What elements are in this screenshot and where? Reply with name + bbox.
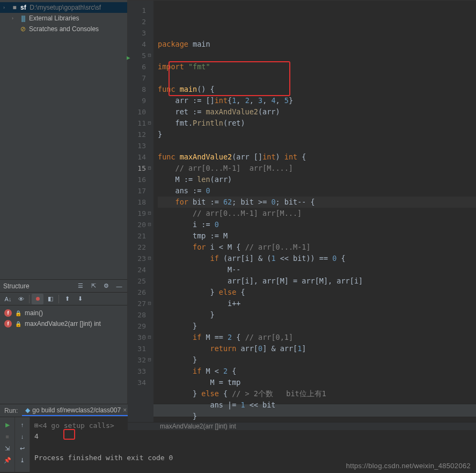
fold-icon[interactable]: ⊟	[147, 256, 152, 260]
code-line[interactable]: tmp := M	[158, 230, 476, 242]
minimize-icon[interactable]: —	[114, 281, 124, 291]
scroll-end-icon[interactable]: ⤓	[17, 455, 28, 465]
console-line: 4	[34, 431, 472, 442]
project-sidebar: › ■ sf D:\mysetup\gopath\src\sf › ||| Ex…	[0, 0, 128, 404]
function-badge-icon: f	[4, 320, 12, 328]
code-line[interactable]: func maxAndValue2(arr []int) int {	[158, 151, 476, 163]
fold-icon[interactable]: ⊟	[147, 165, 152, 170]
layout-icon[interactable]: ⇲	[2, 443, 13, 454]
editor-gutter[interactable]: ▶⊟⊟⊟⊟⊟⊟⊟⊟⊟ 12345678910111213141516171819…	[128, 1, 153, 422]
pin-icon[interactable]: 📌	[2, 455, 13, 465]
code-line[interactable]: } else { // > 2个数 bit位上有1	[158, 388, 476, 399]
up-icon[interactable]: ↑	[17, 419, 28, 430]
console-action-bar: ↑ ↓ ↩ ⤓	[15, 417, 30, 472]
code-line[interactable]: M := len(arr)	[158, 174, 476, 185]
show-local-icon[interactable]: ◧	[45, 294, 56, 304]
code-line[interactable]: M = tmp	[158, 377, 476, 388]
console-line: ⊞<4 go setup calls>	[34, 420, 472, 431]
folder-icon: ■	[11, 4, 18, 11]
structure-item-label: main()	[25, 309, 43, 317]
code-line[interactable]: M--	[158, 264, 476, 275]
structure-list: f🔒main()f🔒maxAndValue2(arr []int) int	[0, 305, 127, 331]
code-editor[interactable]: package main import "fmt" func main() { …	[153, 1, 476, 422]
watermark-text: https://blog.csdn.net/weixin_48502062	[346, 462, 471, 470]
code-line[interactable]: }	[158, 354, 476, 366]
collapse-all-icon[interactable]: ⬇	[74, 294, 86, 304]
structure-item[interactable]: f🔒main()	[0, 308, 127, 318]
console-line	[34, 442, 472, 453]
lock-icon: 🔒	[15, 310, 21, 316]
tree-item-label: External Libraries	[29, 14, 79, 22]
library-icon: |||	[19, 14, 27, 22]
code-line[interactable]: for bit := 62; bit >= 0; bit-- {	[158, 197, 476, 208]
close-icon[interactable]: ×	[123, 406, 127, 414]
tree-item-label: sf D:\mysetup\gopath\src\sf	[20, 4, 101, 11]
project-tree-item-sf[interactable]: › ■ sf D:\mysetup\gopath\src\sf	[0, 2, 127, 13]
rerun-icon[interactable]: ▶	[2, 419, 13, 430]
code-line[interactable]: ans |= 1 << bit	[158, 399, 476, 411]
code-line[interactable]: } else {	[158, 287, 476, 298]
separator	[29, 295, 30, 303]
code-line[interactable]	[158, 50, 476, 61]
structure-item[interactable]: f🔒maxAndValue2(arr []int) int	[0, 318, 127, 329]
fold-icon[interactable]: ⊟	[147, 53, 152, 57]
editor-area: ▶⊟⊟⊟⊟⊟⊟⊟⊟⊟ 12345678910111213141516171819…	[128, 0, 476, 404]
structure-panel: Structure ☰ ⇱ ⚙ — A↓ 👁 ◧ ⬆ ⬇ f🔒main()f🔒m…	[0, 279, 127, 404]
fold-icon[interactable]: ⊟	[147, 120, 152, 125]
code-line[interactable]: i := 0	[158, 219, 476, 230]
project-tree-item-scratches[interactable]: › ⊘ Scratches and Consoles	[0, 24, 127, 34]
down-icon[interactable]: ↓	[17, 431, 28, 442]
code-line[interactable]: func main() {	[158, 84, 476, 95]
structure-item-label: maxAndValue2(arr []int) int	[25, 320, 101, 328]
code-line[interactable]: ret := maxAndValue2(arr)	[158, 106, 476, 118]
code-line[interactable]: if (arr[i] & (1 << bit)) == 0 {	[158, 253, 476, 264]
gear-icon[interactable]: ⚙	[101, 281, 111, 291]
code-line[interactable]	[158, 72, 476, 84]
code-line[interactable]: // arr[0...M-1] arr[M...]	[158, 208, 476, 219]
fold-icon[interactable]: ⊟	[147, 222, 152, 227]
run-label: Run:	[4, 407, 18, 414]
scratch-icon: ⊘	[19, 25, 27, 33]
code-line[interactable]: fmt.Println(ret)	[158, 118, 476, 129]
fold-icon[interactable]: ⊟	[147, 357, 152, 362]
separator	[58, 295, 59, 303]
code-line[interactable]: i++	[158, 298, 476, 309]
code-line[interactable]: import "fmt"	[158, 61, 476, 72]
code-line[interactable]: if M == 2 { // arr[0,1]	[158, 332, 476, 343]
code-line[interactable]: ans := 0	[158, 185, 476, 197]
soft-wrap-icon[interactable]: ↩	[17, 443, 28, 454]
go-icon: ◆	[25, 406, 30, 414]
stop-icon[interactable]: ■	[2, 431, 13, 442]
code-line[interactable]: }	[158, 129, 476, 140]
collapse-icon[interactable]: ⇱	[89, 281, 98, 291]
sort-visibility-icon[interactable]: 👁	[15, 294, 27, 304]
fold-icon[interactable]: ⊟	[147, 334, 152, 339]
chevron-right-icon: ›	[3, 5, 9, 10]
code-line[interactable]: for i < M { // arr[0...M-1]	[158, 242, 476, 253]
structure-toolbar: A↓ 👁 ◧ ⬆ ⬇	[0, 293, 127, 305]
project-tree[interactable]: › ■ sf D:\mysetup\gopath\src\sf › ||| Ex…	[0, 0, 127, 279]
run-gutter-icon[interactable]: ▶	[127, 52, 130, 63]
fold-icon[interactable]: ⊟	[147, 210, 152, 215]
tree-item-label: Scratches and Consoles	[29, 25, 99, 33]
sort-alpha-icon[interactable]: A↓	[2, 294, 14, 304]
code-line[interactable]: // arr[0...M-1] arr[M....]	[158, 163, 476, 174]
code-line[interactable]: package main	[158, 39, 476, 50]
code-line[interactable]: }	[158, 321, 476, 332]
project-tree-item-external-libs[interactable]: › ||| External Libraries	[0, 13, 127, 24]
code-line[interactable]: return arr[0] & arr[1]	[158, 343, 476, 354]
run-configuration-tab[interactable]: ◆ go build sf/newclass2/class007 ×	[22, 405, 130, 416]
code-line[interactable]	[158, 140, 476, 151]
code-line[interactable]: if M < 2 {	[158, 366, 476, 377]
chevron-right-icon: ›	[12, 16, 17, 21]
expand-all-icon[interactable]: ⬆	[61, 294, 73, 304]
code-line[interactable]: }	[158, 309, 476, 321]
show-fields-icon[interactable]	[32, 294, 43, 304]
run-tab-label: go build sf/newclass2/class007	[32, 406, 121, 414]
fold-icon[interactable]: ⊟	[147, 301, 152, 305]
code-line[interactable]: arr[i], arr[M] = arr[M], arr[i]	[158, 275, 476, 287]
structure-title: Structure	[3, 282, 72, 290]
filter-icon[interactable]: ☰	[76, 281, 85, 291]
code-line[interactable]: arr := []int{1, 2, 3, 4, 5}	[158, 95, 476, 106]
function-badge-icon: f	[4, 309, 12, 317]
